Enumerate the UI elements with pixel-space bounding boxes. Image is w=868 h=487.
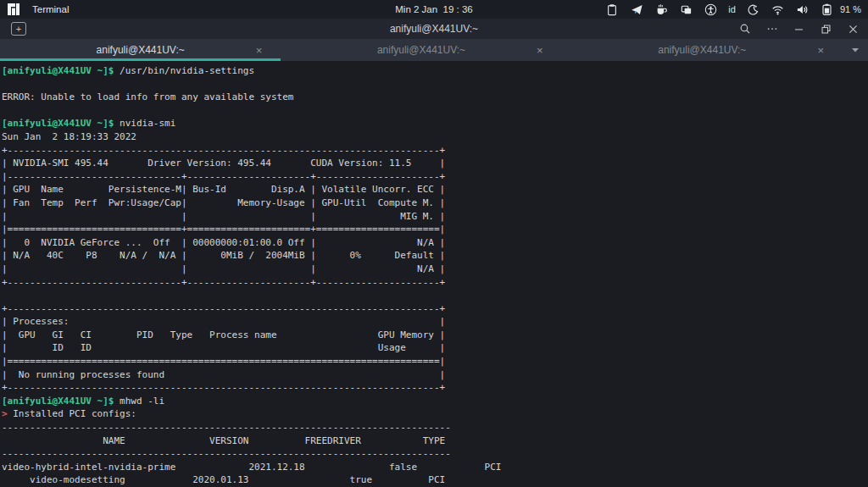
- terminal-line: | GPU GI CI PID Type Process name GPU Me…: [2, 329, 868, 342]
- terminal-line: ----------------------------------------…: [2, 447, 868, 461]
- accessibility-icon[interactable]: [704, 3, 717, 16]
- workspaces-icon[interactable]: [679, 3, 693, 16]
- caffeine-coffee-icon[interactable]: [654, 3, 668, 16]
- tab-bar: anifyuli@X441UV:~ × anifyuli@X441UV:~ × …: [0, 39, 868, 61]
- terminal-line: +---------------------------------------…: [2, 144, 868, 158]
- terminal-line: | 0 NVIDIA GeForce ... Off | 00000000:01…: [2, 236, 868, 250]
- terminal-line: | Fan Temp Perf Pwr:Usage/Cap| Memory-Us…: [2, 196, 868, 210]
- window-titlebar[interactable]: + anifyuli@X441UV:~: [0, 19, 868, 39]
- terminal-line: +---------------------------------------…: [2, 381, 868, 395]
- system-tray: id: [605, 3, 868, 16]
- terminal-line: +---------------------------------------…: [2, 302, 868, 316]
- terminal-line: | | | N/A |: [2, 263, 868, 276]
- terminal-line: [anifyuli@X441UV ~]$ /usr/bin/nvidia-set…: [2, 64, 868, 78]
- terminal-line: | NVIDIA-SMI 495.44 Driver Version: 495.…: [2, 157, 868, 170]
- terminal-line: +-------------------------------+-------…: [2, 276, 868, 290]
- terminal-line: ERROR: Unable to load info from any avai…: [2, 91, 868, 104]
- terminal-line: [anifyuli@X441UV ~]$ nvidia-smi: [2, 117, 868, 130]
- terminal-output[interactable]: [anifyuli@X441UV ~]$ /usr/bin/nvidia-set…: [0, 61, 868, 487]
- tab-close-icon[interactable]: ×: [817, 45, 824, 56]
- volume-icon[interactable]: [796, 3, 810, 16]
- tab-1-active[interactable]: anifyuli@X441UV:~ ×: [0, 39, 281, 61]
- tab-label: anifyuli@X441UV:~: [658, 44, 746, 56]
- tab-2[interactable]: anifyuli@X441UV:~ ×: [281, 39, 561, 61]
- tab-list-chevron-down-icon[interactable]: [843, 39, 868, 61]
- terminal-line: [anifyuli@X441UV ~]$ mhwd -li: [2, 395, 868, 408]
- terminal-line: NAME VERSION FREEDRIVER TYPE: [2, 434, 868, 448]
- new-tab-button[interactable]: +: [11, 22, 26, 36]
- top-panel: Terminal Min 2 Jan 19 : 36: [0, 0, 868, 19]
- tab-label: anifyuli@X441UV:~: [377, 44, 465, 56]
- terminal-line: |=======================================…: [2, 355, 868, 368]
- close-button[interactable]: [847, 23, 860, 36]
- terminal-line: [2, 78, 868, 91]
- terminal-line: | GPU Name Persistence-M| Bus-Id Disp.A …: [2, 183, 868, 196]
- tab-label: anifyuli@X441UV:~: [97, 44, 185, 56]
- id-tray-label[interactable]: id: [728, 4, 736, 14]
- battery-icon[interactable]: [821, 3, 834, 16]
- terminal-line: > Installed PCI configs:: [2, 407, 868, 421]
- overflow-menu-icon[interactable]: [765, 23, 778, 36]
- terminal-line: [2, 289, 868, 302]
- terminal-line: |===============================+=======…: [2, 223, 868, 236]
- search-icon[interactable]: [738, 23, 751, 36]
- clipboard-icon[interactable]: [605, 3, 619, 16]
- terminal-line: video-hybrid-intel-nvidia-prime 2021.12.…: [2, 461, 868, 474]
- terminal-line: | No running processes found |: [2, 368, 868, 382]
- terminal-line: video-modesetting 2020.01.13 true PCI: [2, 473, 868, 487]
- desktop: Terminal Min 2 Jan 19 : 36: [0, 0, 868, 487]
- battery-percentage[interactable]: 91 %: [840, 4, 861, 14]
- tab-close-icon[interactable]: ×: [256, 45, 263, 56]
- terminal-line: | N/A 40C P8 N/A / N/A | 0MiB / 2004MiB …: [2, 249, 868, 263]
- terminal-line: Sun Jan 2 18:19:33 2022: [2, 130, 868, 144]
- terminal-line: |-------------------------------+-------…: [2, 170, 868, 184]
- tab-close-icon[interactable]: ×: [537, 45, 543, 56]
- terminal-line: | | | MIG M. |: [2, 210, 868, 224]
- terminal-line: | ID ID Usage |: [2, 341, 868, 355]
- telegram-icon[interactable]: [630, 3, 643, 16]
- maximize-restore-button[interactable]: [820, 23, 832, 36]
- minimize-button[interactable]: [793, 23, 805, 36]
- terminal-line: [2, 104, 868, 118]
- wifi-icon[interactable]: [771, 3, 785, 16]
- tab-3[interactable]: anifyuli@X441UV:~ ×: [562, 39, 843, 61]
- night-light-icon[interactable]: [747, 3, 760, 16]
- terminal-line: ----------------------------------------…: [2, 421, 868, 434]
- terminal-line: | Processes: |: [2, 315, 868, 329]
